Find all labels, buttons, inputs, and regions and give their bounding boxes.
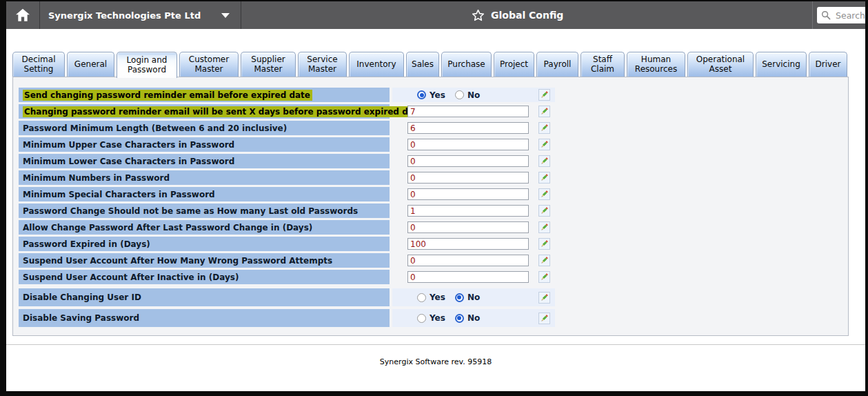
tab-customer-master[interactable]: Customer Master [179, 52, 239, 77]
setting-input[interactable] [407, 221, 529, 233]
edit-pencil-button[interactable] [538, 89, 550, 101]
setting-row: Minimum Special Characters in Password [19, 187, 848, 201]
setting-value-area [392, 154, 555, 168]
edit-pencil-button[interactable] [538, 155, 550, 167]
tab-servicing[interactable]: Servicing [756, 52, 807, 77]
tab-driver[interactable]: Driver [809, 52, 847, 77]
radio-group: Yes No [417, 293, 480, 302]
tab-label: Sales [412, 60, 434, 70]
setting-input[interactable] [407, 255, 529, 266]
search-box[interactable] [817, 7, 865, 23]
setting-input[interactable] [407, 188, 529, 200]
edit-pencil-button[interactable] [538, 221, 550, 233]
setting-label: Minimum Lower Case Characters in Passwor… [23, 157, 234, 166]
tab-label: Supplier Master [243, 55, 293, 75]
tab-sales[interactable]: Sales [406, 52, 439, 77]
setting-input[interactable] [407, 238, 529, 250]
edit-pencil-button[interactable] [538, 292, 550, 304]
radio-option-no[interactable]: No [455, 293, 480, 302]
search-input[interactable] [834, 10, 865, 21]
tab-payroll[interactable]: Payroll [536, 52, 578, 77]
favorite-star-icon[interactable] [472, 9, 485, 22]
edit-pencil-button[interactable] [538, 313, 550, 324]
topbar-divider [812, 1, 813, 29]
tab-staff-claim[interactable]: Staff Claim [581, 52, 625, 77]
edit-pencil-button[interactable] [538, 172, 550, 184]
edit-pencil-button[interactable] [538, 271, 550, 283]
setting-row: Disable Saving Password Yes No [19, 309, 848, 327]
tab-label: General [74, 60, 107, 70]
tab-general[interactable]: General [67, 52, 114, 77]
setting-input[interactable] [407, 172, 529, 184]
setting-label: Suspend User Account After Inactive in (… [23, 273, 239, 282]
company-selector[interactable]: Synergix Technologies Pte Ltd [40, 1, 241, 29]
setting-label-cell: Password Expired in (Days) [19, 237, 390, 251]
radio-label: Yes [430, 313, 445, 323]
setting-input[interactable] [407, 106, 529, 117]
edit-pencil-button[interactable] [538, 122, 550, 134]
tab-decimal-setting[interactable]: Decimal Setting [12, 52, 65, 77]
tab-label: Payroll [544, 60, 572, 70]
setting-value-area: Yes No [392, 88, 555, 102]
setting-row: Password Expired in (Days) [19, 237, 848, 251]
setting-value-area [392, 204, 555, 218]
setting-row: Suspend User Account After How Many Wron… [19, 253, 848, 268]
pencil-icon [540, 239, 549, 248]
setting-input[interactable] [407, 271, 529, 283]
setting-label-cell: Disable Changing User ID [19, 288, 390, 306]
edit-pencil-button[interactable] [538, 188, 550, 200]
edit-pencil-button[interactable] [538, 139, 550, 150]
radio-option-yes[interactable]: Yes [417, 293, 445, 302]
tab-supplier-master[interactable]: Supplier Master [241, 52, 296, 77]
setting-value-area [392, 237, 555, 251]
top-bar: Synergix Technologies Pte Ltd Global Con… [6, 1, 865, 29]
tab-label: Driver [816, 60, 841, 70]
tab-operational-asset[interactable]: Operational Asset [687, 52, 754, 77]
setting-label: Password Minimum Length (Between 6 and 2… [23, 123, 287, 133]
edit-pencil-button[interactable] [538, 255, 550, 266]
radio-label: No [467, 90, 480, 100]
setting-input[interactable] [407, 122, 529, 134]
edit-pencil-button[interactable] [538, 205, 550, 217]
tab-project[interactable]: Project [494, 52, 534, 77]
setting-value-area [392, 121, 555, 135]
tab-service-master[interactable]: Service Master [298, 52, 347, 77]
setting-row: Password Change Should not be same as Ho… [19, 204, 848, 218]
pencil-icon [540, 293, 549, 302]
radio-icon [455, 90, 464, 99]
app-window: Synergix Technologies Pte Ltd Global Con… [6, 1, 865, 391]
radio-option-no[interactable]: No [455, 313, 480, 323]
setting-value [392, 187, 538, 201]
page-title: Global Config [491, 10, 563, 21]
pencil-icon [540, 157, 549, 166]
home-button[interactable] [6, 1, 40, 29]
tab-inventory[interactable]: Inventory [349, 52, 404, 77]
setting-label: Disable Saving Password [23, 313, 139, 323]
pencil-icon [540, 314, 549, 323]
radio-icon [455, 314, 464, 323]
setting-label-cell: Suspend User Account After How Many Wron… [19, 253, 390, 268]
setting-value-area: Yes No [392, 288, 555, 306]
setting-input[interactable] [407, 155, 529, 167]
setting-value: Yes No [392, 309, 538, 327]
setting-label-cell: Changing password reminder email will be… [19, 104, 390, 119]
edit-pencil-button[interactable] [538, 238, 550, 250]
radio-option-no[interactable]: No [455, 90, 480, 100]
tab-human-resources[interactable]: Human Resources [627, 52, 685, 77]
pencil-icon [540, 173, 549, 182]
setting-label-cell: Allow Change Password After Last Passwor… [19, 220, 390, 235]
setting-value-area [392, 187, 555, 201]
tab-login-and-password[interactable]: Login and Password [117, 52, 177, 78]
radio-group: Yes No [417, 90, 480, 100]
settings-rows: Send changing password reminder email be… [19, 88, 848, 327]
setting-input[interactable] [407, 139, 529, 150]
setting-label-cell: Suspend User Account After Inactive in (… [19, 270, 390, 284]
radio-label: Yes [430, 90, 445, 100]
setting-input[interactable] [407, 205, 529, 217]
tab-label: Decimal Setting [15, 55, 62, 75]
tab-purchase[interactable]: Purchase [441, 52, 492, 77]
radio-option-yes[interactable]: Yes [417, 90, 445, 100]
setting-label-cell: Minimum Lower Case Characters in Passwor… [19, 154, 390, 168]
radio-option-yes[interactable]: Yes [417, 313, 445, 323]
edit-pencil-button[interactable] [538, 106, 550, 117]
